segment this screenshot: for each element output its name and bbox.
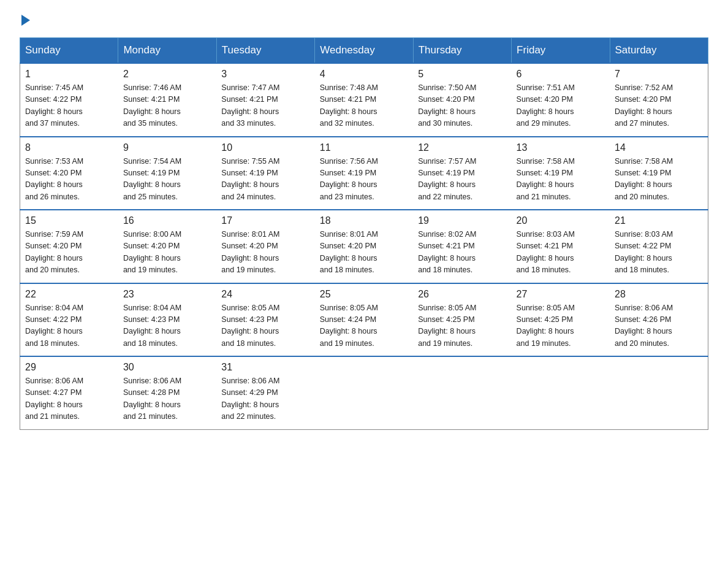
day-number: 11 (320, 142, 408, 153)
day-info: Sunrise: 8:05 AM Sunset: 4:23 PM Dayligh… (221, 302, 309, 350)
calendar-header-wednesday: Wednesday (315, 38, 413, 64)
calendar-header-friday: Friday (512, 38, 610, 64)
day-number: 15 (25, 215, 113, 226)
day-info: Sunrise: 7:59 AM Sunset: 4:20 PM Dayligh… (25, 229, 113, 277)
calendar-day-cell: 9Sunrise: 7:54 AM Sunset: 4:19 PM Daylig… (118, 137, 216, 210)
calendar-week-row-1: 1Sunrise: 7:45 AM Sunset: 4:22 PM Daylig… (20, 63, 708, 137)
day-number: 1 (25, 69, 113, 80)
day-info: Sunrise: 8:06 AM Sunset: 4:26 PM Dayligh… (615, 302, 703, 350)
day-number: 18 (320, 215, 408, 226)
day-number: 26 (418, 289, 506, 300)
day-number: 7 (615, 69, 703, 80)
day-info: Sunrise: 8:06 AM Sunset: 4:27 PM Dayligh… (25, 375, 113, 423)
calendar-day-cell: 14Sunrise: 7:58 AM Sunset: 4:19 PM Dayli… (610, 137, 708, 210)
calendar-day-cell: 25Sunrise: 8:05 AM Sunset: 4:24 PM Dayli… (315, 283, 413, 357)
day-info: Sunrise: 7:58 AM Sunset: 4:19 PM Dayligh… (517, 156, 605, 204)
calendar-day-cell: 3Sunrise: 7:47 AM Sunset: 4:21 PM Daylig… (216, 63, 314, 137)
day-info: Sunrise: 8:03 AM Sunset: 4:22 PM Dayligh… (615, 229, 703, 277)
calendar-day-cell: 18Sunrise: 8:01 AM Sunset: 4:20 PM Dayli… (315, 210, 413, 283)
day-number: 31 (221, 362, 309, 373)
day-number: 27 (517, 289, 605, 300)
logo-triangle-icon (21, 15, 30, 26)
day-number: 20 (517, 215, 605, 226)
day-number: 23 (123, 289, 211, 300)
day-number: 10 (221, 142, 309, 153)
calendar-day-cell: 11Sunrise: 7:56 AM Sunset: 4:19 PM Dayli… (315, 137, 413, 210)
calendar-day-cell: 6Sunrise: 7:51 AM Sunset: 4:20 PM Daylig… (512, 63, 610, 137)
calendar-day-cell: 1Sunrise: 7:45 AM Sunset: 4:22 PM Daylig… (20, 63, 118, 137)
calendar-week-row-5: 29Sunrise: 8:06 AM Sunset: 4:27 PM Dayli… (20, 356, 708, 429)
calendar-day-cell: 27Sunrise: 8:05 AM Sunset: 4:25 PM Dayli… (512, 283, 610, 357)
day-info: Sunrise: 7:52 AM Sunset: 4:20 PM Dayligh… (615, 82, 703, 130)
calendar-day-cell: 7Sunrise: 7:52 AM Sunset: 4:20 PM Daylig… (610, 63, 708, 137)
day-number: 29 (25, 362, 113, 373)
calendar-day-cell: 20Sunrise: 8:03 AM Sunset: 4:21 PM Dayli… (512, 210, 610, 283)
day-info: Sunrise: 7:50 AM Sunset: 4:20 PM Dayligh… (418, 82, 506, 130)
day-info: Sunrise: 7:46 AM Sunset: 4:21 PM Dayligh… (123, 82, 211, 130)
calendar-day-cell: 29Sunrise: 8:06 AM Sunset: 4:27 PM Dayli… (20, 356, 118, 429)
calendar-day-cell (512, 356, 610, 429)
day-info: Sunrise: 8:04 AM Sunset: 4:23 PM Dayligh… (123, 302, 211, 350)
calendar-day-cell (413, 356, 511, 429)
calendar-day-cell: 19Sunrise: 8:02 AM Sunset: 4:21 PM Dayli… (413, 210, 511, 283)
calendar-week-row-3: 15Sunrise: 7:59 AM Sunset: 4:20 PM Dayli… (20, 210, 708, 283)
day-info: Sunrise: 8:05 AM Sunset: 4:25 PM Dayligh… (517, 302, 605, 350)
day-info: Sunrise: 8:05 AM Sunset: 4:24 PM Dayligh… (320, 302, 408, 350)
day-info: Sunrise: 7:57 AM Sunset: 4:19 PM Dayligh… (418, 156, 506, 204)
day-info: Sunrise: 7:48 AM Sunset: 4:21 PM Dayligh… (320, 82, 408, 130)
day-number: 25 (320, 289, 408, 300)
day-info: Sunrise: 7:51 AM Sunset: 4:20 PM Dayligh… (517, 82, 605, 130)
day-info: Sunrise: 8:05 AM Sunset: 4:25 PM Dayligh… (418, 302, 506, 350)
calendar-header-thursday: Thursday (413, 38, 511, 64)
calendar-day-cell: 23Sunrise: 8:04 AM Sunset: 4:23 PM Dayli… (118, 283, 216, 357)
page-header (20, 15, 708, 26)
calendar-header-row: SundayMondayTuesdayWednesdayThursdayFrid… (20, 38, 708, 64)
calendar-header-monday: Monday (118, 38, 216, 64)
day-number: 14 (615, 142, 703, 153)
day-info: Sunrise: 7:53 AM Sunset: 4:20 PM Dayligh… (25, 156, 113, 204)
calendar-day-cell: 10Sunrise: 7:55 AM Sunset: 4:19 PM Dayli… (216, 137, 314, 210)
day-number: 5 (418, 69, 506, 80)
calendar-day-cell: 26Sunrise: 8:05 AM Sunset: 4:25 PM Dayli… (413, 283, 511, 357)
day-info: Sunrise: 8:01 AM Sunset: 4:20 PM Dayligh… (320, 229, 408, 277)
day-info: Sunrise: 7:45 AM Sunset: 4:22 PM Dayligh… (25, 82, 113, 130)
day-number: 3 (221, 69, 309, 80)
calendar-day-cell: 24Sunrise: 8:05 AM Sunset: 4:23 PM Dayli… (216, 283, 314, 357)
calendar-day-cell: 15Sunrise: 7:59 AM Sunset: 4:20 PM Dayli… (20, 210, 118, 283)
day-number: 22 (25, 289, 113, 300)
day-number: 19 (418, 215, 506, 226)
day-info: Sunrise: 7:54 AM Sunset: 4:19 PM Dayligh… (123, 156, 211, 204)
calendar-table: SundayMondayTuesdayWednesdayThursdayFrid… (20, 37, 708, 430)
day-info: Sunrise: 8:04 AM Sunset: 4:22 PM Dayligh… (25, 302, 113, 350)
calendar-day-cell: 2Sunrise: 7:46 AM Sunset: 4:21 PM Daylig… (118, 63, 216, 137)
day-number: 9 (123, 142, 211, 153)
calendar-header-tuesday: Tuesday (216, 38, 314, 64)
calendar-day-cell: 30Sunrise: 8:06 AM Sunset: 4:28 PM Dayli… (118, 356, 216, 429)
day-info: Sunrise: 7:58 AM Sunset: 4:19 PM Dayligh… (615, 156, 703, 204)
day-number: 12 (418, 142, 506, 153)
day-info: Sunrise: 8:00 AM Sunset: 4:20 PM Dayligh… (123, 229, 211, 277)
day-number: 21 (615, 215, 703, 226)
calendar-day-cell (610, 356, 708, 429)
day-number: 24 (221, 289, 309, 300)
calendar-day-cell: 5Sunrise: 7:50 AM Sunset: 4:20 PM Daylig… (413, 63, 511, 137)
day-number: 30 (123, 362, 211, 373)
calendar-week-row-4: 22Sunrise: 8:04 AM Sunset: 4:22 PM Dayli… (20, 283, 708, 357)
logo (20, 15, 30, 26)
day-number: 28 (615, 289, 703, 300)
calendar-day-cell: 4Sunrise: 7:48 AM Sunset: 4:21 PM Daylig… (315, 63, 413, 137)
day-number: 6 (517, 69, 605, 80)
day-number: 4 (320, 69, 408, 80)
day-info: Sunrise: 8:03 AM Sunset: 4:21 PM Dayligh… (517, 229, 605, 277)
calendar-day-cell: 17Sunrise: 8:01 AM Sunset: 4:20 PM Dayli… (216, 210, 314, 283)
calendar-day-cell: 21Sunrise: 8:03 AM Sunset: 4:22 PM Dayli… (610, 210, 708, 283)
calendar-day-cell: 16Sunrise: 8:00 AM Sunset: 4:20 PM Dayli… (118, 210, 216, 283)
calendar-day-cell: 12Sunrise: 7:57 AM Sunset: 4:19 PM Dayli… (413, 137, 511, 210)
day-number: 8 (25, 142, 113, 153)
day-info: Sunrise: 8:06 AM Sunset: 4:28 PM Dayligh… (123, 375, 211, 423)
calendar-header-sunday: Sunday (20, 38, 118, 64)
calendar-day-cell: 31Sunrise: 8:06 AM Sunset: 4:29 PM Dayli… (216, 356, 314, 429)
calendar-day-cell: 8Sunrise: 7:53 AM Sunset: 4:20 PM Daylig… (20, 137, 118, 210)
day-info: Sunrise: 7:47 AM Sunset: 4:21 PM Dayligh… (221, 82, 309, 130)
day-number: 16 (123, 215, 211, 226)
